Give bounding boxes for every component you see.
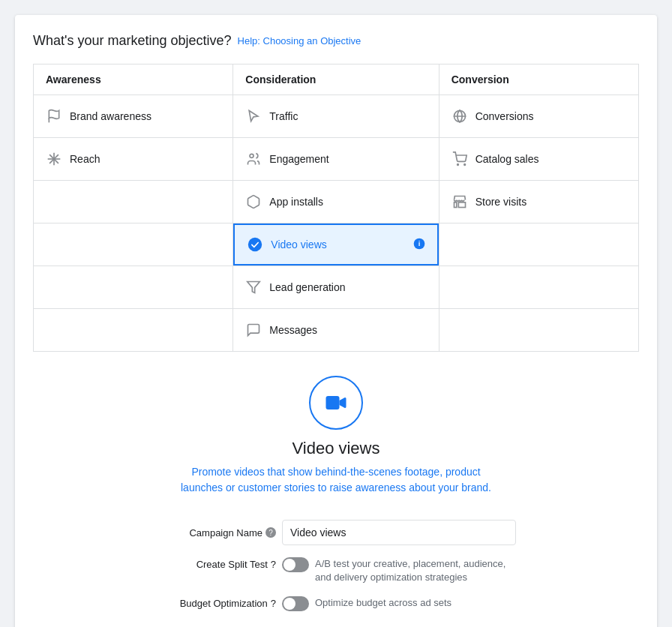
- svg-point-7: [457, 164, 458, 166]
- svg-text:i: i: [418, 240, 420, 248]
- svg-marker-14: [248, 282, 260, 293]
- catalog-sales-label: Catalog sales: [476, 153, 539, 165]
- budget-optimization-help-icon[interactable]: ?: [271, 598, 276, 609]
- campaign-name-input[interactable]: [282, 520, 516, 545]
- budget-optimization-toggle[interactable]: [282, 596, 309, 611]
- objectives-table: Awareness Consideration Conversion: [33, 64, 639, 352]
- budget-optimization-row: Budget Optimization ? Optimize budget ac…: [156, 596, 516, 611]
- empty-conversion-4: [439, 224, 638, 266]
- box-icon: [245, 194, 262, 210]
- objective-engagement[interactable]: Engagement: [233, 138, 438, 180]
- cart-icon: [452, 151, 468, 167]
- empty-awareness-6: [34, 309, 233, 352]
- main-container: What's your marketing objective? Help: C…: [15, 15, 657, 627]
- svg-point-6: [250, 154, 254, 158]
- page-title: What's your marketing objective?: [33, 33, 232, 49]
- empty-awareness-4: [34, 224, 233, 266]
- objective-lead-generation[interactable]: Lead generation: [233, 266, 438, 308]
- svg-rect-15: [326, 396, 340, 410]
- split-test-help-icon[interactable]: ?: [271, 559, 276, 570]
- selected-objective-name: Video views: [292, 439, 380, 458]
- empty-conversion-6: [439, 309, 638, 352]
- selection-icon-circle: [309, 376, 363, 430]
- objective-reach[interactable]: Reach: [34, 138, 232, 180]
- engagement-label: Engagement: [269, 153, 328, 165]
- objective-traffic[interactable]: Traffic: [233, 95, 438, 137]
- split-test-row: Create Split Test ? A/B test your creati…: [156, 557, 516, 584]
- empty-awareness-5: [34, 266, 233, 309]
- asterisk-icon: [46, 151, 62, 167]
- budget-optimization-desc: Optimize budget across ad sets: [315, 596, 516, 610]
- svg-rect-9: [454, 202, 456, 208]
- store-icon: [452, 194, 468, 210]
- lead-generation-label: Lead generation: [269, 281, 345, 293]
- objective-messages[interactable]: Messages: [233, 309, 438, 351]
- svg-point-8: [464, 164, 466, 166]
- selected-objective-desc: Promote videos that show behind-the-scen…: [178, 464, 494, 496]
- funnel-icon: [245, 279, 262, 296]
- brand-awareness-label: Brand awareness: [70, 110, 152, 122]
- split-test-desc: A/B test your creative, placement, audie…: [315, 557, 516, 584]
- col-header-conversion: Conversion: [439, 64, 638, 95]
- store-visits-label: Store visits: [476, 196, 526, 208]
- video-views-info-icon[interactable]: i: [413, 238, 425, 252]
- page-header: What's your marketing objective? Help: C…: [33, 33, 639, 49]
- campaign-name-label: Campaign Name ?: [156, 527, 276, 538]
- empty-conversion-5: [439, 266, 638, 309]
- people-icon: [245, 151, 262, 167]
- svg-point-11: [248, 238, 262, 251]
- traffic-label: Traffic: [269, 110, 298, 122]
- objective-brand-awareness[interactable]: Brand awareness: [34, 95, 232, 137]
- objective-catalog-sales[interactable]: Catalog sales: [440, 138, 638, 180]
- campaign-name-row: Campaign Name ?: [156, 520, 516, 545]
- chat-icon: [245, 322, 262, 338]
- split-test-label: Create Split Test ?: [156, 557, 276, 570]
- reach-label: Reach: [70, 153, 100, 165]
- video-views-label: Video views: [271, 238, 326, 250]
- col-header-awareness: Awareness: [34, 64, 233, 95]
- objective-app-installs[interactable]: App installs: [233, 181, 438, 223]
- selection-detail: Video views Promote videos that show beh…: [33, 376, 639, 627]
- check-circle-icon: [247, 236, 263, 253]
- svg-rect-10: [458, 202, 465, 208]
- objective-conversions[interactable]: Conversions: [440, 95, 638, 137]
- split-test-toggle[interactable]: [282, 557, 309, 572]
- objective-video-views[interactable]: Video views i: [233, 224, 438, 266]
- flag-icon: [46, 108, 62, 124]
- col-header-consideration: Consideration: [233, 64, 439, 95]
- empty-awareness-3: [34, 181, 233, 224]
- app-installs-label: App installs: [269, 196, 323, 208]
- messages-label: Messages: [269, 324, 317, 336]
- help-link[interactable]: Help: Choosing an Objective: [238, 35, 362, 46]
- campaign-form: Campaign Name ? Create Split Test ? A/B …: [33, 520, 639, 627]
- globe-icon: [452, 108, 468, 124]
- conversions-label: Conversions: [476, 110, 534, 122]
- budget-optimization-label: Budget Optimization ?: [156, 596, 276, 609]
- cursor-icon: [245, 108, 262, 124]
- campaign-name-help-icon[interactable]: ?: [266, 527, 276, 538]
- objective-store-visits[interactable]: Store visits: [440, 181, 638, 223]
